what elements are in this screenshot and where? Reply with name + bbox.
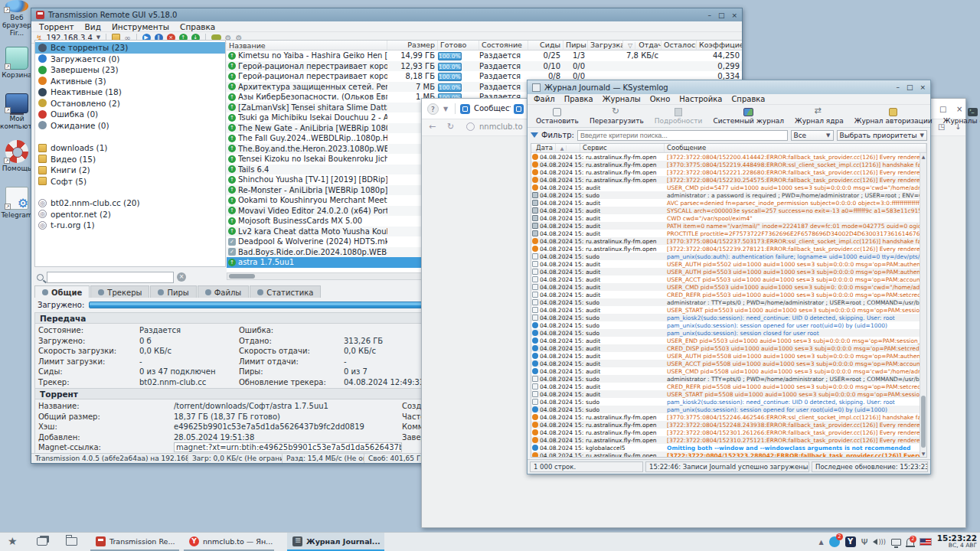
details-tab[interactable]: Общие xyxy=(34,285,90,298)
window-list-icon[interactable] xyxy=(37,537,47,546)
log-row[interactable]: 04.08.2024 15:22 audit AVC parsec=denied… xyxy=(531,199,926,207)
minimize-button[interactable]: – xyxy=(707,11,711,19)
details-tab[interactable]: Пиры xyxy=(150,285,196,298)
log-row[interactable]: 04.08.2024 15:22 sudo pam_unix(sudo:sess… xyxy=(531,406,926,413)
menu-item[interactable]: Окно xyxy=(650,95,671,103)
toolbar-button[interactable]: Перезагрузить xyxy=(584,105,649,127)
log-row[interactable]: 04.08.2024 15:22 audit USER_START pid=55… xyxy=(531,306,926,314)
sidebar-tracker-item[interactable]: ◎ bt02.nnm-club.cc (20) xyxy=(35,197,225,209)
log-row[interactable]: 04.08.2024 15:22 sudo pam_unix(sudo:sess… xyxy=(531,321,926,329)
log-row[interactable]: 04.08.2024 15:22 audit PROCTITLE proctit… xyxy=(531,230,926,237)
column-header[interactable]: Коэффициент xyxy=(697,41,742,50)
chevron-down-icon[interactable]: ▼ xyxy=(443,106,448,112)
column-header-sorted[interactable]: ▽Отдача xyxy=(623,41,662,50)
clear-search-icon[interactable]: × xyxy=(177,272,186,282)
desktop-icon[interactable]: ↗ Telegram xyxy=(0,187,34,223)
back-icon[interactable]: ← xyxy=(429,122,436,132)
menu-item[interactable]: Торрент xyxy=(39,22,74,31)
toolbar-button[interactable]: Журналы служб xyxy=(938,105,980,127)
log-row[interactable]: 04.08.2024 15:22 sudo administrator : TT… xyxy=(531,375,926,383)
sidebar-filter-item[interactable]: Ожидание (0) xyxy=(35,120,225,132)
log-row[interactable]: 04.08.2024 15:22 ru.astralinux.fly-fm.op… xyxy=(531,176,926,184)
sidebar-filter-item[interactable]: Ошибка (0) xyxy=(35,109,225,120)
task-button[interactable]: Y nnmclub.to — Ян... xyxy=(184,533,274,551)
menu-item[interactable]: Правка xyxy=(564,95,593,103)
url-text[interactable]: nnmclub.to xyxy=(479,122,523,131)
log-row[interactable]: 04.08.2024 15:23 ru.astralinux.fly-fm.op… xyxy=(531,452,926,458)
sidebar-filter-item[interactable]: Загружается (0) xyxy=(35,54,225,65)
vertical-scrollbar[interactable]: ▲ ▼ xyxy=(920,153,926,457)
log-row[interactable]: 04.08.2024 15:22 audit SYSCALL arch=c000… xyxy=(531,207,926,214)
log-row[interactable]: 04.08.2024 15:22 sudo pam_kiosk2(sudo:se… xyxy=(531,398,926,406)
column-header[interactable]: Сообщение xyxy=(665,144,926,152)
reload-icon[interactable]: ↻ xyxy=(447,122,454,132)
log-row[interactable]: 04.08.2024 15:22 ru.astralinux.fly-fm.op… xyxy=(531,168,926,176)
column-header-sorted[interactable]: Дата ▲ xyxy=(531,144,580,152)
log-row[interactable]: 04.08.2024 15:22 ru.astralinux.fly-fm.op… xyxy=(531,161,926,168)
toolbar-button[interactable]: Системный журнал xyxy=(707,105,789,127)
desktop-icon[interactable]: ↗ Веб браузер Fir... xyxy=(0,0,34,37)
search-input[interactable] xyxy=(47,272,174,283)
volume-icon[interactable]: ))) xyxy=(873,539,885,546)
column-header[interactable]: Осталось xyxy=(662,41,697,50)
column-header[interactable]: Размер xyxy=(387,41,438,50)
log-row[interactable]: 04.08.2024 15:22 sudo pam_unix(sudo:auth… xyxy=(531,253,926,260)
ksystemlog-titlebar[interactable]: Журнал Journald — KSystemlog – □ × xyxy=(528,80,930,94)
column-header[interactable]: Сиды xyxy=(528,41,564,50)
tab-favicon[interactable] xyxy=(460,104,470,114)
maximize-button[interactable]: □ xyxy=(718,11,725,19)
transmission-titlebar[interactable]: Transmission Remote GUI v5.18.0 – □ × xyxy=(31,8,742,21)
desktop-icon[interactable]: ↗ Помощь xyxy=(0,140,34,177)
sidebar-folder-item[interactable]: Видео (15) xyxy=(35,154,225,165)
column-header[interactable]: Состояние xyxy=(479,41,528,50)
log-row[interactable]: 04.08.2024 15:22 audit USER_AUTH pid=550… xyxy=(531,260,926,268)
tab-title[interactable]: Сообщество «R xyxy=(474,104,511,112)
menu-item[interactable]: Справка xyxy=(731,95,765,103)
menu-item[interactable]: Вид xyxy=(85,22,101,31)
log-row[interactable]: 04.08.2024 15:22 audit USER_END pid=5503… xyxy=(531,337,926,344)
close-button[interactable]: × xyxy=(731,11,737,19)
log-row[interactable]: 04.08.2024 15:22 sudo administrator : TT… xyxy=(531,298,926,306)
log-row[interactable]: 04.08.2024 15:22 audit CRED_REFR pid=550… xyxy=(531,291,926,298)
filter-input[interactable] xyxy=(577,130,788,141)
menu-item[interactable]: Файл xyxy=(534,95,555,103)
network-display-icon[interactable] xyxy=(891,539,901,546)
sidebar-filter-item[interactable]: Остановлено (2) xyxy=(35,98,225,109)
log-row[interactable]: 04.08.2024 15:22 ru.astralinux.fly-fm.op… xyxy=(531,153,926,161)
torrent-row[interactable]: ↑Kimetsu no Yaiba - Hashira Geiko Hen [T… xyxy=(227,51,742,61)
file-manager-icon[interactable] xyxy=(66,537,77,546)
log-row[interactable]: 04.08.2024 15:22 sudo pam_unix(sudo:sess… xyxy=(531,329,926,337)
status-message[interactable]: 15:22:46: Записи Journald успешно загруж… xyxy=(645,461,809,472)
app-launcher-icon[interactable]: ★ xyxy=(8,535,18,547)
log-row[interactable]: 04.08.2024 15:22 ru.astralinux.fly-fm.op… xyxy=(531,421,926,429)
details-tab[interactable]: Трекеры xyxy=(90,285,149,298)
toolbar-button[interactable]: Остановить xyxy=(531,105,584,127)
sidebar-folder-item[interactable]: downloads (1) xyxy=(35,142,225,154)
toolbar-button[interactable]: Журнал ядра xyxy=(789,105,849,127)
log-row[interactable]: 04.08.2024 15:23 ru.astralinux.fly-fm.op… xyxy=(531,436,926,444)
scrollbar-thumb[interactable] xyxy=(229,274,255,279)
log-row[interactable]: 04.08.2024 15:22 audit USER_AUTH pid=550… xyxy=(531,352,926,360)
sidebar-folder-item[interactable]: Книги (2) xyxy=(35,165,225,176)
log-row[interactable]: 04.08.2024 15:22 audit CWD cwd="/var/spo… xyxy=(531,214,926,222)
log-row[interactable]: 04.08.2024 15:23 ru.astralinux.fly-fm.op… xyxy=(531,429,926,436)
keyboard-layout-flag-icon[interactable] xyxy=(920,538,932,546)
log-row[interactable]: 04.08.2024 15:22 sudo pam_kiosk2(sudo:se… xyxy=(531,314,926,321)
log-row[interactable]: 04.08.2024 15:22 audit USER_ACCT pid=550… xyxy=(531,360,926,367)
details-tab[interactable]: Файлы xyxy=(198,285,250,298)
sidebar-folder-item[interactable]: Софт (5) xyxy=(35,176,225,187)
scroll-down-icon[interactable]: ▼ xyxy=(920,450,926,457)
column-header[interactable]: Название xyxy=(227,41,387,50)
log-row[interactable]: 04.08.2024 15:22 audit USER_CMD pid=5477… xyxy=(531,184,926,191)
close-button[interactable]: × xyxy=(920,83,926,91)
yandex-browser-tray-icon[interactable]: Y xyxy=(845,536,856,547)
sidebar-filter-item[interactable]: Завершены (23) xyxy=(35,64,225,76)
log-row[interactable]: 04.08.2024 15:22 audit USER_START pid=55… xyxy=(531,390,926,398)
help-icon[interactable]: ? xyxy=(427,103,439,115)
sidebar-tracker-item[interactable]: ◎ opentor.net (2) xyxy=(35,209,225,220)
desktop-icon[interactable]: ↗ Мой компьютер xyxy=(0,93,34,130)
log-row[interactable]: 04.08.2024 15:22 audit CRED_REFR pid=550… xyxy=(531,383,926,390)
sidebar-filter-item[interactable]: Все торренты (23) xyxy=(35,42,225,54)
tab-favicon[interactable] xyxy=(514,104,524,114)
task-button[interactable]: Transmission Re... xyxy=(90,533,179,551)
